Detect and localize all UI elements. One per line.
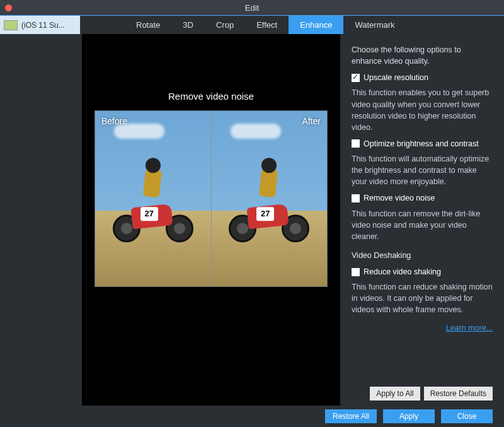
deshake-heading: Video Deshaking xyxy=(352,250,493,261)
option-deshake: Reduce video shaking This function can r… xyxy=(352,266,493,316)
preview-after: 27 After xyxy=(211,111,328,286)
tab-bar: Rotate 3D Crop Effect Enhance Watermark xyxy=(81,16,504,34)
deshake-desc: This function can reduce shaking motion … xyxy=(352,281,493,315)
tab-label: Enhance xyxy=(300,20,332,30)
before-label: Before xyxy=(101,116,127,126)
option-brightness: Optimize brightness and contrast This fu… xyxy=(352,138,493,188)
tab-label: Effect xyxy=(256,20,277,30)
upscale-desc: This function enables you to get superb … xyxy=(352,87,493,133)
top-strip: (iOS 11 Su... Rotate 3D Crop Effect Enha… xyxy=(0,15,504,34)
number-plate: 27 xyxy=(256,208,274,221)
option-noise: Remove video noise This function can rem… xyxy=(352,192,493,242)
window-title: Edit xyxy=(0,3,504,13)
footer-bar: Restore All Apply Close xyxy=(0,406,504,427)
deshake-label[interactable]: Reduce video shaking xyxy=(352,266,493,278)
apply-to-all-button[interactable]: Apply to All xyxy=(370,387,420,401)
checkbox-text: Optimize brightness and contrast xyxy=(364,138,479,149)
restore-all-button[interactable]: Restore All xyxy=(325,409,377,423)
checkbox-text: Reduce video shaking xyxy=(364,266,441,278)
learn-more-link[interactable]: Learn more... xyxy=(352,322,493,334)
file-tab-label: (iOS 11 Su... xyxy=(21,21,76,30)
preview-frame: 27 Before 27 After xyxy=(94,110,328,287)
left-gutter xyxy=(0,34,82,406)
checkbox-text: Remove video noise xyxy=(364,192,435,204)
brightness-label[interactable]: Optimize brightness and contrast xyxy=(352,138,493,149)
noise-desc: This function can remove the dirt-like v… xyxy=(352,208,493,242)
close-button[interactable]: Close xyxy=(441,409,493,423)
option-upscale: Upscale resolution This function enables… xyxy=(352,72,493,133)
file-tab[interactable]: (iOS 11 Su... xyxy=(0,16,81,34)
tab-3d[interactable]: 3D xyxy=(171,16,205,34)
tab-label: 3D xyxy=(183,20,193,30)
brightness-desc: This function will automatically optimiz… xyxy=(352,153,493,187)
tab-effect[interactable]: Effect xyxy=(245,16,289,34)
titlebar: Edit xyxy=(0,0,504,15)
tab-watermark[interactable]: Watermark xyxy=(343,16,406,34)
options-panel: Choose the following options to enhance … xyxy=(340,34,504,406)
tab-label: Watermark xyxy=(355,20,394,30)
apply-button[interactable]: Apply xyxy=(383,409,435,423)
tab-enhance[interactable]: Enhance xyxy=(289,16,343,34)
main-area: Remove video noise 27 Before 27 xyxy=(0,34,504,406)
upscale-checkbox[interactable] xyxy=(352,74,360,82)
tab-label: Crop xyxy=(216,20,234,30)
preview-title: Remove video noise xyxy=(168,91,254,102)
panel-intro: Choose the following options to enhance … xyxy=(352,44,493,67)
after-label: After xyxy=(302,116,321,126)
tab-label: Rotate xyxy=(136,20,160,30)
checkbox-text: Upscale resolution xyxy=(364,72,428,83)
file-thumbnail xyxy=(4,20,18,30)
noise-checkbox[interactable] xyxy=(352,194,360,202)
preview-before: 27 Before xyxy=(95,111,211,286)
number-plate: 27 xyxy=(140,208,158,221)
upscale-label[interactable]: Upscale resolution xyxy=(352,72,493,83)
tab-crop[interactable]: Crop xyxy=(205,16,245,34)
noise-label[interactable]: Remove video noise xyxy=(352,192,493,204)
deshake-checkbox[interactable] xyxy=(352,268,360,276)
panel-buttons: Apply to All Restore Defaults xyxy=(352,387,493,401)
tab-rotate[interactable]: Rotate xyxy=(125,16,171,34)
brightness-checkbox[interactable] xyxy=(352,139,360,148)
preview-column: Remove video noise 27 Before 27 xyxy=(82,34,340,406)
restore-defaults-button[interactable]: Restore Defaults xyxy=(424,387,493,401)
